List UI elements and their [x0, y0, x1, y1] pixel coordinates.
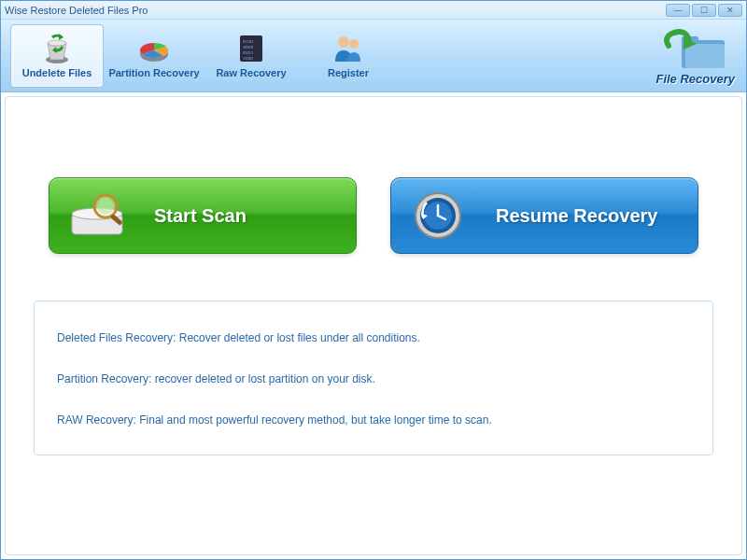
clock-restore-icon	[410, 189, 475, 242]
svg-point-9	[338, 36, 349, 48]
maximize-button[interactable]: ☐	[692, 4, 716, 17]
svg-point-10	[349, 39, 359, 49]
svg-text:01011: 01011	[243, 50, 254, 55]
titlebar: Wise Restore Deleted Files Pro — ☐ ✕	[1, 1, 746, 20]
pie-chart-icon	[135, 32, 173, 65]
toolbar-undelete-files[interactable]: Undelete Files	[10, 24, 104, 88]
toolbar-raw-recovery[interactable]: 01101100100101111001 Raw Recovery	[204, 24, 298, 88]
toolbar-partition-recovery[interactable]: Partition Recovery	[107, 24, 201, 88]
resume-recovery-label: Resume Recovery	[496, 205, 698, 227]
drive-magnify-icon	[68, 189, 134, 242]
brand: File Recovery	[655, 27, 735, 86]
info-raw: RAW Recovery: Final and most powerful re…	[57, 412, 690, 428]
info-partition: Partition Recovery: recover deleted or l…	[57, 371, 690, 387]
svg-text:10010: 10010	[243, 45, 254, 49]
content: Start Scan Resume Recovery Deleted Files…	[1, 92, 746, 559]
svg-text:11001: 11001	[243, 56, 254, 61]
window-controls: — ☐ ✕	[666, 4, 742, 17]
binary-icon: 01101100100101111001	[233, 32, 270, 65]
window-title: Wise Restore Deleted Files Pro	[5, 5, 666, 16]
resume-recovery-button[interactable]: Resume Recovery	[390, 177, 698, 254]
users-icon	[330, 32, 367, 65]
start-scan-label: Start Scan	[154, 205, 356, 227]
toolbar-register[interactable]: Register	[302, 24, 395, 88]
info-deleted-files: Deleted Files Recovery: Recover deleted …	[57, 329, 690, 346]
svg-point-17	[97, 198, 114, 215]
toolbar-label: Register	[328, 67, 369, 78]
main-panel: Start Scan Resume Recovery Deleted Files…	[5, 96, 742, 555]
brand-label: File Recovery	[655, 72, 735, 86]
folder-arrow-icon	[661, 27, 730, 70]
close-button[interactable]: ✕	[718, 4, 742, 17]
svg-rect-13	[685, 44, 725, 68]
toolbar: Undelete Files Partition Recovery 011011…	[1, 20, 746, 92]
minimize-button[interactable]: —	[666, 4, 690, 17]
app-window: Wise Restore Deleted Files Pro — ☐ ✕ Und…	[0, 0, 747, 560]
svg-point-1	[48, 40, 66, 46]
info-box: Deleted Files Recovery: Recover deleted …	[34, 301, 713, 455]
toolbar-label: Raw Recovery	[216, 67, 286, 78]
recycle-bin-icon	[38, 32, 76, 65]
toolbar-label: Undelete Files	[22, 67, 92, 78]
toolbar-label: Partition Recovery	[108, 67, 199, 78]
start-scan-button[interactable]: Start Scan	[49, 177, 357, 254]
action-row: Start Scan Resume Recovery	[34, 177, 713, 254]
svg-text:01101: 01101	[243, 39, 254, 44]
